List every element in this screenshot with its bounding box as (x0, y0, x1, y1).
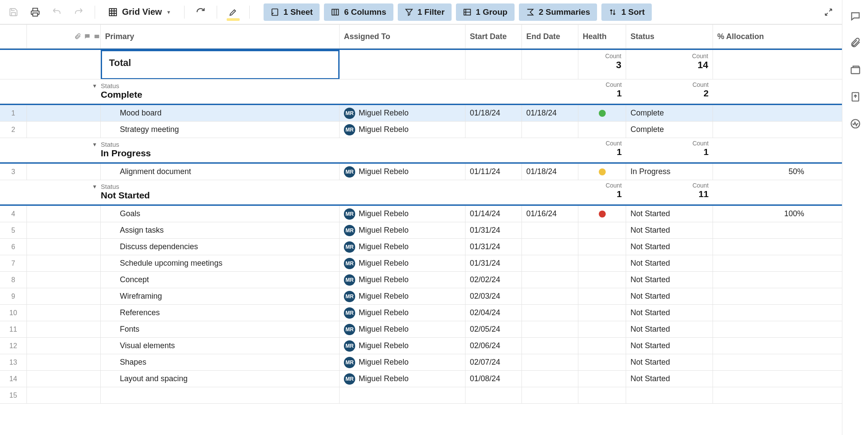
cell-status[interactable]: In Progress (626, 164, 713, 180)
row-actions[interactable] (27, 338, 101, 354)
cell-primary[interactable]: References (101, 305, 340, 321)
cell-assigned[interactable]: MRMiguel Rebelo (340, 354, 465, 370)
cell-primary[interactable]: Alignment document (101, 164, 340, 180)
group-collapse-toggle[interactable]: ▼ (27, 180, 101, 204)
row-actions[interactable] (27, 305, 101, 321)
cell-end-date[interactable] (522, 255, 578, 271)
cell-end-date[interactable] (522, 222, 578, 238)
group-collapse-toggle[interactable]: ▼ (27, 138, 101, 162)
row-actions[interactable] (27, 206, 101, 222)
row-number[interactable]: 8 (0, 272, 27, 288)
redo-button[interactable] (70, 4, 87, 20)
cell-health[interactable] (578, 371, 626, 387)
cell-health[interactable] (578, 272, 626, 288)
row-actions[interactable] (27, 122, 101, 138)
cell-start-date[interactable]: 02/03/24 (465, 288, 522, 304)
cell-start-date[interactable]: 02/07/24 (465, 354, 522, 370)
save-button[interactable] (5, 4, 22, 20)
row-actions[interactable] (27, 354, 101, 370)
cell-end-date[interactable] (522, 288, 578, 304)
total-label[interactable]: Total (101, 50, 340, 79)
cell-status[interactable]: Not Started (626, 222, 713, 238)
col-start[interactable]: Start Date (465, 25, 522, 48)
summaries-pill[interactable]: 2 Summaries (519, 3, 597, 21)
cell-health[interactable] (578, 338, 626, 354)
cell-end-date[interactable]: 01/16/24 (522, 206, 578, 222)
cell-end-date[interactable] (522, 122, 578, 138)
cell-start-date[interactable]: 02/02/24 (465, 272, 522, 288)
row-number[interactable]: 11 (0, 321, 27, 337)
table-row-empty[interactable]: 15 (0, 387, 842, 404)
cell-assigned[interactable]: MRMiguel Rebelo (340, 239, 465, 255)
cell-start-date[interactable]: 01/31/24 (465, 222, 522, 238)
table-row[interactable]: 12 Visual elements MRMiguel Rebelo 02/06… (0, 338, 842, 354)
table-row[interactable]: 10 References MRMiguel Rebelo 02/04/24 N… (0, 305, 842, 321)
cell-allocation[interactable] (713, 338, 809, 354)
row-actions[interactable] (27, 321, 101, 337)
cell-health[interactable] (578, 206, 626, 222)
row-actions[interactable] (27, 239, 101, 255)
row-number[interactable]: 15 (0, 387, 27, 403)
row-number[interactable]: 9 (0, 288, 27, 304)
columns-pill[interactable]: 6 Columns (324, 3, 393, 21)
cell-assigned[interactable]: MRMiguel Rebelo (340, 338, 465, 354)
cell-assigned[interactable]: MRMiguel Rebelo (340, 272, 465, 288)
cell-allocation[interactable] (713, 105, 809, 121)
expand-button[interactable] (820, 4, 837, 20)
row-number[interactable]: 12 (0, 338, 27, 354)
cell-allocation[interactable]: 100% (713, 206, 809, 222)
table-row[interactable]: 8 Concept MRMiguel Rebelo 02/02/24 Not S… (0, 272, 842, 288)
cell-assigned[interactable]: MRMiguel Rebelo (340, 288, 465, 304)
cell-status[interactable]: Not Started (626, 239, 713, 255)
cell-allocation[interactable]: 50% (713, 164, 809, 180)
table-row[interactable]: 13 Shapes MRMiguel Rebelo 02/07/24 Not S… (0, 354, 842, 371)
cell-allocation[interactable] (713, 288, 809, 304)
cell-allocation[interactable] (713, 371, 809, 387)
activity-icon[interactable] (850, 118, 861, 129)
row-number[interactable]: 1 (0, 105, 27, 121)
row-actions[interactable] (27, 371, 101, 387)
col-assigned[interactable]: Assigned To (340, 25, 465, 48)
cell-status[interactable]: Not Started (626, 255, 713, 271)
cell-primary[interactable]: Assign tasks (101, 222, 340, 238)
col-health[interactable]: Health (578, 25, 626, 48)
undo-button[interactable] (49, 4, 65, 20)
cell-end-date[interactable] (522, 338, 578, 354)
cell-health[interactable] (578, 222, 626, 238)
cell-allocation[interactable] (713, 321, 809, 337)
row-number[interactable]: 10 (0, 305, 27, 321)
cell-health[interactable] (578, 321, 626, 337)
cell-status[interactable]: Not Started (626, 354, 713, 370)
view-selector[interactable]: Grid View ▼ (103, 4, 176, 20)
cell-end-date[interactable] (522, 272, 578, 288)
cell-assigned[interactable]: MRMiguel Rebelo (340, 321, 465, 337)
cell-status[interactable]: Not Started (626, 288, 713, 304)
row-number[interactable]: 13 (0, 354, 27, 370)
table-row[interactable]: 3 Alignment document MRMiguel Rebelo 01/… (0, 164, 842, 180)
cell-start-date[interactable]: 02/06/24 (465, 338, 522, 354)
row-number[interactable]: 5 (0, 222, 27, 238)
row-actions[interactable] (27, 164, 101, 180)
cell-start-date[interactable]: 01/14/24 (465, 206, 522, 222)
cell-end-date[interactable] (522, 354, 578, 370)
table-row[interactable]: 9 Wireframing MRMiguel Rebelo 02/03/24 N… (0, 288, 842, 305)
cell-status[interactable]: Not Started (626, 272, 713, 288)
cell-start-date[interactable]: 02/04/24 (465, 305, 522, 321)
cell-assigned[interactable]: MRMiguel Rebelo (340, 122, 465, 138)
refresh-button[interactable] (192, 4, 209, 20)
cell-status[interactable]: Complete (626, 122, 713, 138)
attachments-icon[interactable] (850, 37, 861, 49)
table-row[interactable]: 4 Goals MRMiguel Rebelo 01/14/24 01/16/2… (0, 206, 842, 222)
cell-health[interactable] (578, 255, 626, 271)
cell-health[interactable] (578, 105, 626, 121)
cell-start-date[interactable] (465, 122, 522, 138)
cell-end-date[interactable] (522, 239, 578, 255)
cell-assigned[interactable]: MRMiguel Rebelo (340, 105, 465, 121)
row-number[interactable]: 2 (0, 122, 27, 138)
cell-assigned[interactable]: MRMiguel Rebelo (340, 164, 465, 180)
cell-primary[interactable]: Fonts (101, 321, 340, 337)
cell-end-date[interactable] (522, 305, 578, 321)
print-button[interactable] (27, 4, 43, 20)
sort-pill[interactable]: 1 Sort (601, 3, 652, 21)
highlight-button[interactable] (225, 4, 241, 20)
